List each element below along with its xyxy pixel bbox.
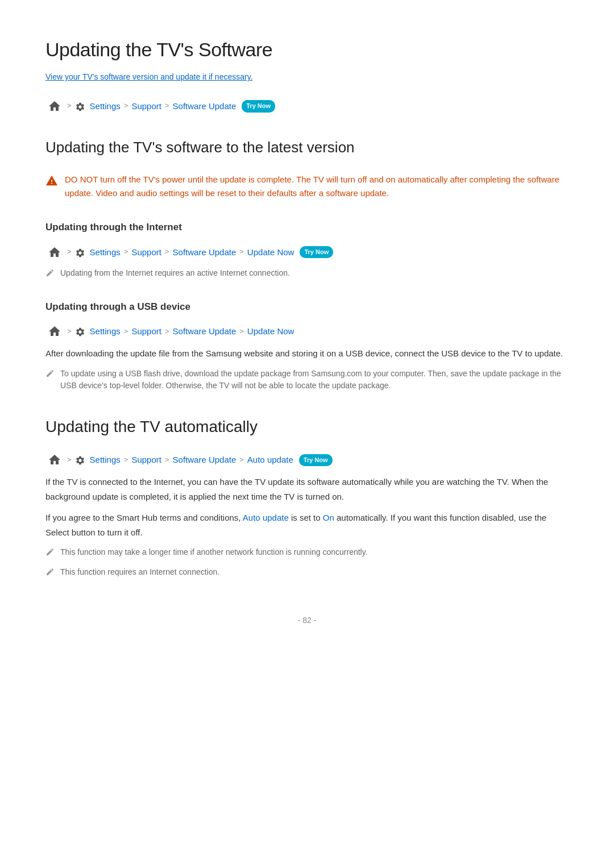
nav-auto-update[interactable]: Auto update bbox=[247, 453, 293, 467]
nav-settings-auto[interactable]: Settings bbox=[90, 453, 121, 467]
nav-software-update-usb[interactable]: Software Update bbox=[173, 325, 237, 338]
nav-sep-2: > bbox=[124, 100, 128, 112]
nav-sep-12: > bbox=[67, 454, 72, 466]
auto-update-inline-link[interactable]: Auto update bbox=[243, 513, 289, 522]
nav-sep-7: > bbox=[239, 246, 244, 258]
warning-text: DO NOT turn off the TV's power until the… bbox=[65, 173, 569, 200]
pencil-icon-4 bbox=[45, 567, 55, 580]
subsection2-title: Updating through a USB device bbox=[45, 299, 569, 314]
nav-sep-4: > bbox=[67, 246, 72, 258]
section1-title: Updating the TV's software to the latest… bbox=[45, 136, 569, 160]
nav-sep-1: > bbox=[67, 100, 72, 112]
nav-software-update-auto[interactable]: Software Update bbox=[173, 453, 237, 467]
nav-gear-icon-4 bbox=[75, 453, 86, 467]
nav-support-internet[interactable]: Support bbox=[131, 246, 161, 259]
nav-settings-1[interactable]: Settings bbox=[90, 99, 121, 113]
subsection1-title: Updating through the Internet bbox=[45, 219, 569, 235]
page-subtitle: View your TV's software version and upda… bbox=[45, 70, 569, 83]
nav-sep-15: > bbox=[239, 454, 244, 466]
nav-path-1: > Settings > Support > Software Update T… bbox=[45, 97, 569, 115]
nav-gear-icon-2 bbox=[75, 246, 86, 259]
nav-sep-14: > bbox=[165, 454, 169, 466]
auto-body-text-1: If the TV is connected to the Internet, … bbox=[45, 475, 569, 504]
nav-support-usb[interactable]: Support bbox=[131, 325, 161, 338]
note-internet: Updating from the Internet requires an a… bbox=[45, 267, 569, 281]
warning-box: DO NOT turn off the TV's power until the… bbox=[45, 171, 569, 202]
try-now-badge-auto[interactable]: Try Now bbox=[299, 454, 333, 467]
try-now-badge-internet[interactable]: Try Now bbox=[300, 246, 333, 259]
auto-body-text-2-start: If you agree to the Smart Hub terms and … bbox=[45, 513, 241, 522]
home-icon-2 bbox=[45, 243, 64, 261]
nav-path-usb: > Settings > Support > Software Update >… bbox=[45, 322, 569, 340]
nav-path-auto: > Settings > Support > Software Update >… bbox=[45, 451, 569, 469]
nav-settings-internet[interactable]: Settings bbox=[90, 246, 121, 259]
note-auto-1: This function may take a longer time if … bbox=[45, 546, 569, 560]
usb-body-text: After downloading the update file from t… bbox=[45, 346, 569, 361]
nav-sep-11: > bbox=[239, 326, 244, 338]
nav-path-internet: > Settings > Support > Software Update >… bbox=[45, 243, 569, 261]
home-icon-3 bbox=[45, 322, 64, 340]
home-icon bbox=[45, 97, 64, 115]
nav-sep-9: > bbox=[124, 326, 128, 338]
pencil-icon-2 bbox=[45, 369, 55, 381]
nav-software-update-1[interactable]: Software Update bbox=[173, 99, 237, 113]
note-text-internet: Updating from the Internet requires an a… bbox=[60, 267, 290, 279]
warning-triangle-icon bbox=[45, 174, 58, 192]
nav-gear-icon-3 bbox=[75, 325, 86, 338]
auto-body-text-2-middle: is set to bbox=[291, 513, 323, 522]
nav-update-now-usb[interactable]: Update Now bbox=[247, 325, 294, 338]
nav-settings-usb[interactable]: Settings bbox=[90, 325, 121, 338]
note-text-auto-2: This function requires an Internet conne… bbox=[60, 566, 219, 578]
section2: Updating the TV automatically > Settings… bbox=[45, 414, 569, 580]
page-number: - 82 - bbox=[298, 616, 317, 625]
nav-sep-5: > bbox=[124, 246, 128, 258]
nav-gear-icon bbox=[75, 99, 86, 113]
nav-support-auto[interactable]: Support bbox=[131, 453, 161, 467]
try-now-badge-1[interactable]: Try Now bbox=[242, 100, 275, 113]
pencil-icon-1 bbox=[45, 268, 55, 281]
page-title: Updating the TV's Software bbox=[45, 34, 569, 65]
nav-sep-13: > bbox=[124, 454, 128, 466]
note-text-auto-1: This function may take a longer time if … bbox=[60, 546, 368, 558]
note-auto-2: This function requires an Internet conne… bbox=[45, 566, 569, 580]
nav-update-now-internet[interactable]: Update Now bbox=[247, 246, 294, 259]
nav-sep-10: > bbox=[165, 326, 169, 338]
nav-sep-6: > bbox=[165, 246, 169, 258]
auto-body-on-text: On bbox=[323, 513, 334, 522]
auto-body-text-2: If you agree to the Smart Hub terms and … bbox=[45, 510, 569, 539]
nav-sep-8: > bbox=[67, 326, 72, 338]
section2-title: Updating the TV automatically bbox=[45, 414, 569, 440]
nav-software-update-internet[interactable]: Software Update bbox=[173, 246, 237, 259]
home-icon-4 bbox=[45, 451, 64, 469]
nav-sep-3: > bbox=[165, 100, 169, 112]
note-text-usb: To update using a USB flash drive, downl… bbox=[60, 368, 569, 392]
page-footer: - 82 - bbox=[45, 614, 569, 626]
pencil-icon-3 bbox=[45, 547, 55, 560]
note-usb: To update using a USB flash drive, downl… bbox=[45, 368, 569, 392]
nav-support-1[interactable]: Support bbox=[131, 99, 161, 113]
